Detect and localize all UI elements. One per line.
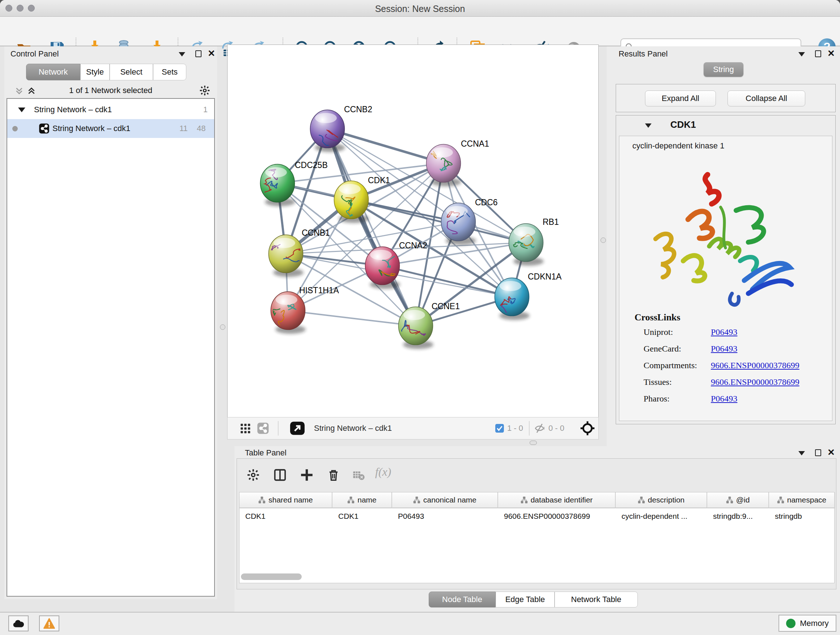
column-header-id[interactable]: @id bbox=[707, 492, 769, 508]
crosslink-tissues-link[interactable]: 9606.ENSP00000378699 bbox=[711, 377, 799, 387]
column-type-icon bbox=[413, 496, 420, 504]
delete-column-trash-icon[interactable] bbox=[327, 468, 340, 482]
memory-label: Memory bbox=[800, 619, 829, 628]
tab-select[interactable]: Select bbox=[110, 64, 153, 80]
network-view-canvas[interactable]: CCNB2CCNA1CDC25BCDK1CDC6RB1CCNB1CCNA2CDK… bbox=[227, 44, 599, 417]
cloud-icon bbox=[12, 619, 25, 628]
cloud-button[interactable] bbox=[8, 616, 28, 631]
collection-expander-icon[interactable] bbox=[18, 108, 25, 112]
crosslink-genecard-link[interactable]: P06493 bbox=[711, 344, 737, 354]
network-node-CDKN1A[interactable]: CDKN1A bbox=[495, 272, 562, 320]
control-panel-float-icon[interactable] bbox=[195, 50, 202, 57]
crosslink-compartments-link[interactable]: 9606.ENSP00000378699 bbox=[711, 361, 799, 371]
warning-icon bbox=[43, 618, 55, 629]
details-expander-icon[interactable] bbox=[645, 124, 652, 128]
add-column-icon[interactable] bbox=[300, 468, 314, 482]
column-header-canonicalname[interactable]: canonical name bbox=[392, 492, 498, 508]
column-header-name[interactable]: name bbox=[332, 492, 392, 508]
tab-edge-table[interactable]: Edge Table bbox=[496, 592, 554, 608]
selected-checkbox-icon[interactable] bbox=[495, 424, 504, 433]
gear-icon[interactable] bbox=[199, 85, 210, 96]
node-label-CDKN1A: CDKN1A bbox=[528, 272, 562, 281]
bottom-splitter-handle[interactable] bbox=[530, 440, 537, 445]
control-panel-close-icon[interactable]: ✕ bbox=[208, 50, 215, 57]
tab-style[interactable]: Style bbox=[80, 64, 110, 80]
node-label-CDC6: CDC6 bbox=[475, 198, 498, 207]
node-label-CCNE1: CCNE1 bbox=[431, 302, 460, 311]
column-type-icon bbox=[777, 496, 784, 504]
right-splitter-handle[interactable] bbox=[600, 238, 606, 243]
tab-network-table[interactable]: Network Table bbox=[554, 592, 638, 608]
memory-button[interactable]: Memory bbox=[778, 615, 836, 632]
table-cell[interactable]: 9606.ENSP00000378699 bbox=[498, 509, 616, 524]
column-type-icon bbox=[726, 496, 733, 504]
tab-string[interactable]: String bbox=[704, 62, 744, 77]
network-edge-CDK1-RB1[interactable] bbox=[351, 200, 526, 242]
network-node-RB1[interactable]: RB1 bbox=[509, 217, 559, 266]
current-network-dot-icon bbox=[12, 126, 18, 131]
table-panel-close-icon[interactable]: ✕ bbox=[827, 448, 835, 456]
node-count: 11 bbox=[180, 124, 188, 133]
network-share-icon[interactable] bbox=[257, 422, 269, 434]
tab-node-table[interactable]: Node Table bbox=[429, 592, 496, 608]
control-panel-collapse-icon[interactable] bbox=[179, 52, 185, 57]
network-view-title: String Network – cdk1 bbox=[314, 424, 392, 433]
edge-count: 48 bbox=[197, 124, 205, 133]
table-settings-gear-icon[interactable] bbox=[246, 468, 260, 482]
node-details-card: CDK1 cyclin-dependent kinase 1 bbox=[616, 115, 836, 424]
table-cell[interactable]: cyclin-dependent ... bbox=[616, 509, 707, 524]
title-bar: Session: New Session bbox=[0, 0, 840, 17]
network-row-selected[interactable]: String Network – cdk1 11 48 bbox=[7, 119, 214, 138]
table-panel-title: Table Panel bbox=[245, 448, 286, 458]
table-panel-float-icon[interactable] bbox=[815, 449, 821, 456]
tab-sets[interactable]: Sets bbox=[153, 64, 186, 80]
show-columns-icon[interactable] bbox=[273, 468, 287, 482]
column-header-namespace[interactable]: namespace bbox=[769, 492, 835, 508]
horizontal-scrollbar[interactable] bbox=[241, 573, 302, 580]
left-splitter-handle[interactable] bbox=[220, 325, 225, 330]
string-network-icon bbox=[39, 123, 50, 134]
network-edge-HIST1H1A-CCNE1[interactable] bbox=[288, 310, 416, 326]
column-header-description[interactable]: description bbox=[616, 492, 707, 508]
birds-eye-view-icon[interactable] bbox=[579, 420, 595, 436]
memory-status-icon bbox=[786, 619, 796, 628]
network-edge-CCNB2-CCNE1[interactable] bbox=[327, 129, 416, 326]
node-label-CDC25B: CDC25B bbox=[295, 160, 328, 170]
gene-description: cyclin-dependent kinase 1 bbox=[632, 141, 724, 150]
collapse-all-button[interactable]: Collapse All bbox=[728, 90, 805, 106]
results-panel-collapse-icon[interactable] bbox=[798, 52, 805, 57]
column-header-sharedname[interactable]: shared name bbox=[240, 492, 332, 508]
show-grid-icon[interactable] bbox=[240, 423, 251, 434]
node-label-CCNA2: CCNA2 bbox=[399, 241, 427, 250]
warnings-button[interactable] bbox=[39, 616, 59, 631]
network-collection-row[interactable]: String Network – cdk1 1 bbox=[7, 100, 214, 119]
application-window: Session: New Session bbox=[0, 0, 840, 635]
network-edge-CCNB2-CCNA1[interactable] bbox=[327, 129, 444, 163]
gene-name: CDK1 bbox=[670, 119, 696, 130]
open-in-window-icon[interactable] bbox=[289, 421, 305, 435]
network-node-HIST1H1A[interactable]: HIST1H1A bbox=[271, 286, 339, 334]
crosslink-label: Pharos: bbox=[644, 394, 669, 403]
hidden-counts: 0 - 0 bbox=[548, 424, 564, 433]
status-bar: Memory bbox=[0, 612, 840, 635]
expand-all-button[interactable]: Expand All bbox=[645, 90, 716, 106]
crosslink-pharos-link[interactable]: P06493 bbox=[711, 394, 737, 404]
table-cell[interactable]: stringdb:9... bbox=[707, 509, 769, 524]
results-panel-close-icon[interactable]: ✕ bbox=[827, 50, 835, 57]
column-header-databaseidentifier[interactable]: database identifier bbox=[498, 492, 616, 508]
node-label-CDK1: CDK1 bbox=[368, 176, 390, 185]
hidden-eye-icon[interactable] bbox=[534, 423, 546, 434]
table-cell[interactable]: CDK1 bbox=[240, 509, 332, 524]
table-cell[interactable]: stringdb bbox=[769, 509, 835, 524]
crosslinks-title: CrossLinks bbox=[635, 312, 681, 323]
table-cell[interactable]: CDK1 bbox=[332, 509, 392, 524]
table-cell[interactable]: P06493 bbox=[392, 509, 498, 524]
network-node-CCNB2[interactable]: CCNB2 bbox=[310, 105, 372, 152]
node-label-HIST1H1A: HIST1H1A bbox=[299, 286, 339, 295]
tab-network[interactable]: Network bbox=[26, 64, 80, 80]
crosslink-uniprot-link[interactable]: P06493 bbox=[711, 327, 737, 337]
network-node-CCNA1[interactable]: CCNA1 bbox=[426, 139, 489, 187]
column-type-icon bbox=[347, 496, 355, 504]
results-panel-float-icon[interactable] bbox=[815, 50, 821, 57]
table-panel-collapse-icon[interactable] bbox=[798, 451, 805, 455]
